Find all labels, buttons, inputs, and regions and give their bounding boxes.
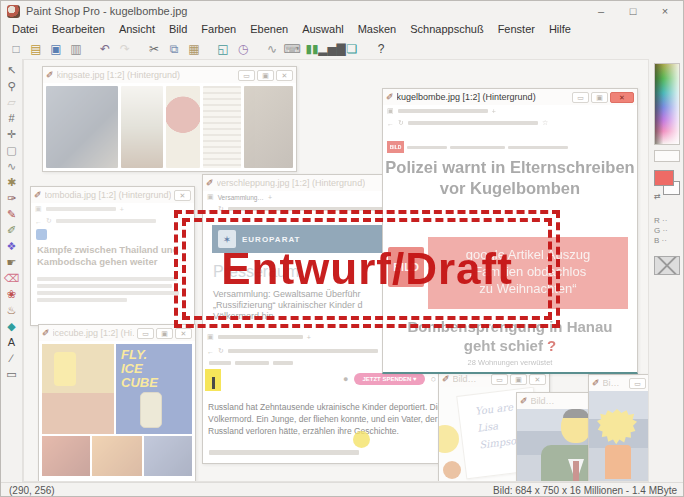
child-maximize-button[interactable]: ▣ <box>510 374 527 385</box>
eraser-tool-icon[interactable]: ⌫ <box>2 270 22 286</box>
shape-tool-icon[interactable]: ▭ <box>2 366 22 382</box>
screen-capture-icon[interactable]: ◱ <box>213 40 233 58</box>
child-window-tombodia[interactable]: ✐ tombodia.jpg [1:2] (Hintergrund) ✕ ▣+ … <box>30 186 195 326</box>
color-replacer-tool-icon[interactable]: ❖ <box>2 238 22 254</box>
print-icon[interactable]: ▥ <box>66 40 86 58</box>
color-picker-gradient[interactable] <box>654 63 680 145</box>
chart-icon[interactable]: ▂▅▇ <box>322 40 342 58</box>
child-title-bar[interactable]: ✐ tombodia.jpg [1:2] (Hintergrund) ✕ <box>31 187 194 203</box>
menu-ebenen[interactable]: Ebenen <box>243 21 295 38</box>
child-title-bar[interactable]: ✐ kugelbombe.jpg [1:2] (Hintergrund) ▭ ▣… <box>383 89 637 105</box>
freehand-tool-icon[interactable]: ∿ <box>2 158 22 174</box>
donate-button[interactable]: JETZT SPENDEN ♥ <box>354 373 424 385</box>
image-file-icon: ✐ <box>592 378 600 388</box>
open-file-icon[interactable]: ▤ <box>26 40 46 58</box>
zoom-tool-icon[interactable]: ⚲ <box>2 78 22 94</box>
copy-icon[interactable]: ⧉ <box>164 40 184 58</box>
image-canvas[interactable]: FLY. ICE CUBE <box>39 341 195 481</box>
menu-farben[interactable]: Farben <box>194 21 243 38</box>
text-tool-icon[interactable]: A <box>2 334 22 350</box>
child-close-button[interactable]: ✕ <box>610 92 634 103</box>
menu-auswahl[interactable]: Auswahl <box>295 21 351 38</box>
cut-icon[interactable]: ✂ <box>144 40 164 58</box>
menu-bar: Datei Bearbeiten Ansicht Bild Farben Ebe… <box>1 21 684 38</box>
layers-icon[interactable]: ❏ <box>342 40 362 58</box>
arrow-tool-icon[interactable]: ↖ <box>2 62 22 78</box>
image-info: Bild: 684 x 750 x 16 Millionen - 1.4 MBy… <box>493 485 677 496</box>
child-close-button[interactable]: ✕ <box>174 190 191 201</box>
foreground-color-swatch[interactable] <box>654 170 674 186</box>
color-preview-box <box>654 150 680 162</box>
child-close-button[interactable]: ✕ <box>529 374 546 385</box>
mover-tool-icon[interactable]: ✛ <box>2 126 22 142</box>
child-minimize-button[interactable]: ▭ <box>137 328 154 339</box>
child-close-button[interactable]: ✕ <box>276 70 293 81</box>
menu-hilfe[interactable]: Hilfe <box>542 21 578 38</box>
child-minimize-button[interactable]: ▭ <box>238 70 255 81</box>
magic-wand-tool-icon[interactable]: ✱ <box>2 174 22 190</box>
title-bar[interactable]: Paint Shop Pro - kugelbombe.jpg – □ × <box>1 1 684 21</box>
rgb-readout: R ·· G ·· B ·· <box>654 216 680 246</box>
cartoon-collage: FLY. ICE CUBE <box>39 341 195 479</box>
image-canvas[interactable]: ▣+ ←↻ Kämpfe zwischen Thailand und Kambo… <box>31 203 194 325</box>
retouch-tool-icon[interactable]: ☛ <box>2 254 22 270</box>
child-minimize-button[interactable]: ▭ <box>572 92 589 103</box>
child-minimize-button[interactable]: ▭ <box>491 374 508 385</box>
image-canvas[interactable] <box>43 83 296 171</box>
child-window-title: Bi… <box>603 378 620 388</box>
child-maximize-button[interactable]: ▣ <box>591 92 608 103</box>
child-minimize-button[interactable]: ▭ <box>629 378 646 389</box>
paintbrush-tool-icon[interactable]: ✎ <box>2 206 22 222</box>
child-maximize-button[interactable]: ▣ <box>156 328 173 339</box>
child-title-bar[interactable]: ✐ kingsate.jpg [1:2] (Hintergrund) ▭ ▣ ✕ <box>43 67 296 83</box>
child-close-button[interactable]: ✕ <box>175 328 192 339</box>
dropper-tool-icon[interactable]: ✑ <box>2 190 22 206</box>
menu-schnappschuss[interactable]: Schnappschuß <box>403 21 490 38</box>
child-window-title: kugelbombe.jpg [1:2] (Hintergrund) <box>397 92 536 102</box>
toolbar: □ ▤ ▣ ▥ ↶ ↷ ✂ ⧉ ▦ ◱ ◷ ∿ ⌨ ▮▮ ▂▅▇ ❏ ? <box>1 38 684 59</box>
crop-tool-icon[interactable]: # <box>2 110 22 126</box>
image-file-icon: ✐ <box>34 190 42 200</box>
timer-icon[interactable]: ◷ <box>233 40 253 58</box>
cursor-coordinates: (290, 256) <box>9 485 55 496</box>
child-window-icecube[interactable]: ✐ icecube.jpg [1:2] (Hi… ▭ ▣ ✕ FLY. ICE <box>38 324 196 482</box>
context-help-icon[interactable]: ? <box>371 40 391 58</box>
account-icon[interactable]: ● <box>343 374 348 384</box>
swap-colors-icon[interactable]: ⇄ <box>654 192 661 201</box>
close-button[interactable]: × <box>649 2 681 21</box>
curves-icon[interactable]: ∿ <box>262 40 282 58</box>
airbrush-tool-icon[interactable]: ♨ <box>2 302 22 318</box>
new-file-icon[interactable]: □ <box>6 40 26 58</box>
maximize-button[interactable]: □ <box>617 2 649 21</box>
bild-headline: Polizei warnt in Elternschreiben vor Kug… <box>383 157 637 199</box>
photo-collage <box>43 83 296 171</box>
child-title-bar[interactable]: ✐ Bi… ▭ <box>589 375 649 391</box>
line-tool-icon[interactable]: ∕ <box>2 350 22 366</box>
clone-brush-tool-icon[interactable]: ✐ <box>2 222 22 238</box>
child-window-lisa[interactable]: ✐ Bi… ▭ <box>588 374 649 482</box>
search-icon[interactable]: ○ <box>431 374 436 384</box>
menu-masken[interactable]: Masken <box>351 21 404 38</box>
flood-fill-tool-icon[interactable]: ◆ <box>2 318 22 334</box>
menu-fenster[interactable]: Fenster <box>491 21 542 38</box>
status-bar: (290, 256) Bild: 684 x 750 x 16 Millione… <box>1 482 684 497</box>
menu-bild[interactable]: Bild <box>162 21 194 38</box>
child-window-kingsate[interactable]: ✐ kingsate.jpg [1:2] (Hintergrund) ▭ ▣ ✕ <box>42 66 297 172</box>
undo-icon[interactable]: ↶ <box>95 40 115 58</box>
image-file-icon: ✐ <box>442 374 450 384</box>
menu-datei[interactable]: Datei <box>5 21 45 38</box>
save-icon[interactable]: ▣ <box>46 40 66 58</box>
menu-ansicht[interactable]: Ansicht <box>112 21 162 38</box>
picture-tube-tool-icon[interactable]: ❀ <box>2 286 22 302</box>
image-canvas[interactable] <box>589 391 649 482</box>
panel-icon[interactable]: ⌨ <box>282 40 302 58</box>
paste-icon[interactable]: ▦ <box>184 40 204 58</box>
window-title: Paint Shop Pro - kugelbombe.jpg <box>26 5 187 17</box>
transparent-color-box[interactable] <box>654 256 680 275</box>
child-title-bar[interactable]: ✐ icecube.jpg [1:2] (Hi… ▭ ▣ ✕ <box>39 325 195 341</box>
image-file-icon: ✐ <box>46 70 54 80</box>
selection-tool-icon[interactable]: ▢ <box>2 142 22 158</box>
child-maximize-button[interactable]: ▣ <box>257 70 274 81</box>
menu-bearbeiten[interactable]: Bearbeiten <box>45 21 112 38</box>
minimize-button[interactable]: – <box>585 2 617 21</box>
